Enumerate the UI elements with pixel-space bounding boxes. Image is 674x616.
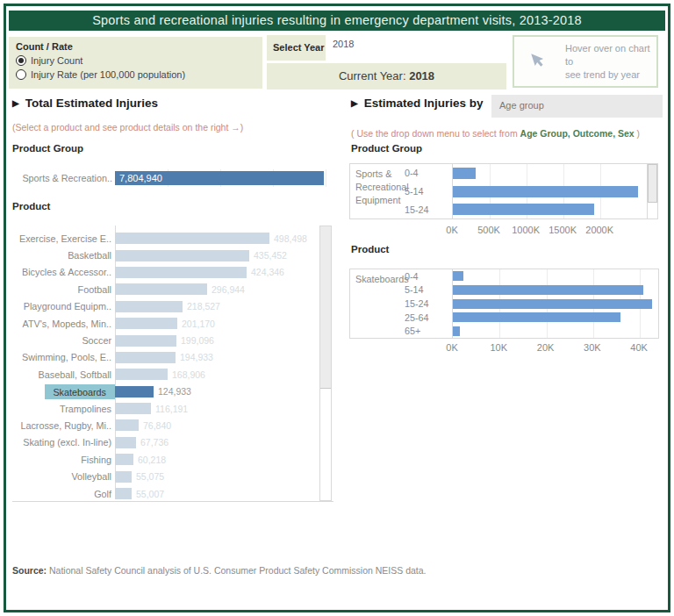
- age-chart-1-scrollbar[interactable]: [647, 164, 657, 218]
- dimension-dropdown[interactable]: Age group: [491, 95, 663, 118]
- product-value: 60,218: [138, 455, 166, 465]
- age-bar[interactable]: [453, 186, 638, 197]
- product-row[interactable]: Basketball435,452: [12, 247, 333, 263]
- product-value: 424,346: [251, 267, 284, 277]
- radio-unselected-icon[interactable]: [16, 69, 26, 80]
- age-label: 65+: [405, 326, 420, 336]
- product-value: 201,170: [182, 319, 215, 329]
- product-bar[interactable]: [115, 301, 183, 312]
- count-rate-label: Count / Rate: [16, 41, 255, 52]
- product-row[interactable]: Exercise, Exercise E..498,498: [12, 230, 333, 247]
- product-row[interactable]: Skateboards124,933: [12, 383, 333, 400]
- product-row[interactable]: Trampolines116,191: [12, 400, 333, 417]
- current-year-label: Current Year:: [339, 69, 406, 82]
- left-section-heading-text: Total Estimated Injuries: [25, 97, 158, 110]
- age-bar[interactable]: [453, 168, 476, 179]
- axis-tick-label: 1500K: [549, 225, 577, 235]
- age-bar[interactable]: [453, 271, 463, 281]
- count-rate-panel: Count / Rate Injury Count Injury Rate (p…: [9, 37, 262, 89]
- expander-triangle-icon[interactable]: ▶: [351, 98, 358, 108]
- right-product-label: Product: [351, 244, 389, 254]
- product-bar[interactable]: [115, 250, 249, 261]
- product-bar[interactable]: [115, 283, 207, 295]
- product-row[interactable]: ATV's, Mopeds, Min..201,170: [12, 315, 333, 332]
- product-list-rows: Exercise, Exercise E..498,498Basketball4…: [12, 230, 333, 502]
- product-bar[interactable]: [115, 352, 176, 363]
- product-row-label: Volleyball: [12, 471, 115, 482]
- scrollbar-thumb[interactable]: [320, 226, 331, 389]
- product-group-plot: 7,804,940: [115, 169, 333, 187]
- product-row-label: Swimming, Pools, E..: [12, 352, 115, 362]
- right-product-group-label: Product Group: [351, 143, 422, 154]
- axis-tick-label: 10K: [490, 342, 507, 353]
- product-row[interactable]: Fishing60,218: [12, 451, 333, 468]
- age-bar[interactable]: [453, 299, 652, 309]
- product-row[interactable]: Football296,944: [12, 281, 333, 297]
- product-group-row-label: Sports & Recreation..: [12, 173, 112, 183]
- product-bar[interactable]: [115, 386, 154, 398]
- product-bar[interactable]: [115, 335, 176, 347]
- product-group-bar[interactable]: 7,804,940: [115, 171, 324, 185]
- product-row[interactable]: Soccer199,096: [12, 332, 333, 348]
- age-bar[interactable]: [453, 326, 460, 336]
- product-row-label: Skating (excl. In-line): [12, 437, 115, 448]
- product-row-label: Skateboards: [12, 386, 115, 397]
- age-bar[interactable]: [453, 312, 620, 322]
- axis-tick-label: 500K: [477, 225, 500, 235]
- product-row[interactable]: Bicycles & Accessor..424,346: [12, 264, 333, 281]
- product-value: 199,096: [181, 335, 214, 346]
- product-group-age-chart: Sports &RecreationalEquipment 0-45-1415-…: [349, 163, 658, 219]
- product-bar[interactable]: [115, 419, 139, 431]
- product-row[interactable]: Lacrosse, Rugby, Mi..76,840: [12, 417, 333, 433]
- age-bar[interactable]: [453, 285, 643, 295]
- product-bar[interactable]: [115, 403, 151, 414]
- product-list-scrollbar[interactable]: [319, 226, 332, 501]
- hover-tip-line1: Hover over on chart to: [565, 43, 650, 67]
- product-value: 67,736: [140, 437, 168, 448]
- age-chart-1-plot: [452, 164, 648, 218]
- product-bar[interactable]: [115, 318, 177, 329]
- product-row-label: Baseball, Softball: [12, 369, 115, 380]
- product-bar[interactable]: [115, 488, 132, 499]
- source-text: National Safety Council analysis of U.S.…: [47, 565, 426, 576]
- age-label: 25-64: [405, 312, 429, 323]
- hover-tip-text: Hover over on chart to see trend by year: [565, 42, 656, 82]
- product-bar[interactable]: [115, 233, 269, 244]
- product-bar[interactable]: [115, 471, 132, 483]
- product-row-label: Exercise, Exercise E..: [12, 233, 115, 244]
- radio-selected-icon[interactable]: [16, 55, 26, 66]
- select-year-dropdown[interactable]: 2018: [326, 35, 506, 61]
- age-chart-2-plot: [452, 269, 659, 338]
- product-value: 296,944: [212, 284, 245, 295]
- scrollbar-thumb[interactable]: [648, 164, 657, 203]
- product-value: 55,075: [136, 471, 164, 482]
- left-product-label: Product: [12, 201, 50, 211]
- product-row[interactable]: Playground Equipm..218,527: [12, 298, 333, 315]
- product-bar[interactable]: [115, 267, 247, 278]
- current-year-strip: Current Year: 2018: [267, 63, 506, 90]
- product-row-label: Soccer: [12, 335, 115, 346]
- current-year-value: 2018: [409, 69, 434, 82]
- product-row[interactable]: Golf55,007: [12, 485, 333, 502]
- product-bar[interactable]: [115, 369, 168, 380]
- product-row[interactable]: Baseball, Softball168,906: [12, 366, 333, 383]
- product-bar[interactable]: [115, 437, 136, 448]
- expander-triangle-icon[interactable]: ▶: [12, 98, 19, 108]
- radio-injury-count[interactable]: Injury Count: [16, 54, 255, 68]
- left-product-group-label: Product Group: [12, 143, 83, 154]
- right-note-suffix: ): [635, 128, 640, 139]
- axis-tick-label: 1000K: [512, 225, 540, 235]
- product-row[interactable]: Swimming, Pools, E..194,933: [12, 349, 333, 366]
- dashboard-frame: Sports and recreational injuries resulti…: [4, 4, 670, 612]
- radio-injury-rate-label: Injury Rate (per 100,000 population): [31, 69, 185, 80]
- product-bar[interactable]: [115, 454, 133, 465]
- age-label: 5-14: [405, 284, 424, 295]
- product-row[interactable]: Volleyball55,075: [12, 468, 333, 484]
- product-value: 498,498: [274, 233, 307, 244]
- product-row[interactable]: Skating (excl. In-line)67,736: [12, 434, 333, 451]
- axis-tick-label: 40K: [630, 342, 648, 353]
- age-bar[interactable]: [453, 204, 594, 215]
- source-label: Source:: [12, 565, 47, 576]
- source-line: Source: National Safety Council analysis…: [12, 565, 427, 576]
- radio-injury-rate[interactable]: Injury Rate (per 100,000 population): [16, 68, 255, 82]
